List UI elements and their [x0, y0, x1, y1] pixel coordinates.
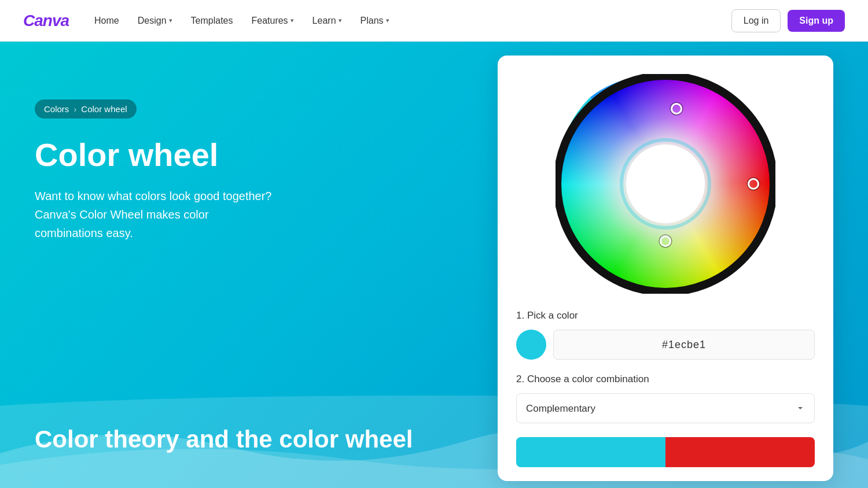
hero-section: Colors › Color wheel Color wheel Want to…: [0, 42, 868, 488]
nav-learn[interactable]: Learn ▾: [306, 11, 349, 31]
design-chevron-icon: ▾: [169, 17, 172, 24]
color-wheel-wrapper[interactable]: [556, 74, 775, 294]
hero-description: Want to know what colors look good toget…: [35, 187, 278, 242]
login-button[interactable]: Log in: [731, 9, 781, 32]
learn-chevron-icon: ▾: [339, 17, 342, 24]
canva-logo[interactable]: Canva: [23, 12, 69, 30]
color-swatch[interactable]: [516, 330, 546, 360]
color-hex-input[interactable]: [553, 330, 815, 360]
wheel-handle-secondary[interactable]: [660, 235, 671, 247]
pick-color-label: 1. Pick a color: [516, 310, 815, 321]
pick-color-row: [516, 330, 815, 360]
color-result-left: [516, 437, 665, 467]
nav-plans[interactable]: Plans ▾: [354, 11, 396, 31]
nav-home[interactable]: Home: [87, 11, 126, 31]
nav-design[interactable]: Design ▾: [131, 11, 179, 31]
nav-left: Canva Home Design ▾ Templates Features ▾…: [23, 11, 396, 31]
navbar: Canva Home Design ▾ Templates Features ▾…: [0, 0, 868, 42]
color-result-right: [665, 437, 815, 467]
features-chevron-icon: ▾: [290, 17, 294, 24]
page-title: Color wheel: [35, 137, 324, 173]
breadcrumb-colors[interactable]: Colors: [44, 104, 69, 114]
nav-features[interactable]: Features ▾: [244, 11, 300, 31]
color-wheel-card: 1. Pick a color 2. Choose a color combin…: [498, 56, 833, 481]
color-result-bar: [516, 437, 815, 467]
wheel-handle-primary[interactable]: [671, 103, 682, 114]
signup-button[interactable]: Sign up: [788, 10, 845, 32]
bottom-section-title: Color theory and the color wheel: [35, 426, 413, 453]
nav-links: Home Design ▾ Templates Features ▾ Learn…: [87, 11, 396, 31]
plans-chevron-icon: ▾: [386, 17, 389, 24]
wheel-overlay: [556, 74, 775, 294]
breadcrumb-current: Color wheel: [81, 104, 127, 114]
combination-select[interactable]: Complementary Monochromatic Analogous Tr…: [516, 393, 815, 423]
nav-templates[interactable]: Templates: [184, 11, 240, 31]
breadcrumb-separator: ›: [73, 104, 76, 114]
breadcrumb: Colors › Color wheel: [35, 99, 137, 119]
nav-right: Log in Sign up: [731, 9, 845, 32]
hero-left: Colors › Color wheel Color wheel Want to…: [35, 76, 324, 242]
wheel-handle-tertiary[interactable]: [748, 178, 759, 190]
choose-combination-label: 2. Choose a color combination: [516, 374, 815, 385]
color-wheel-container: [516, 74, 815, 294]
